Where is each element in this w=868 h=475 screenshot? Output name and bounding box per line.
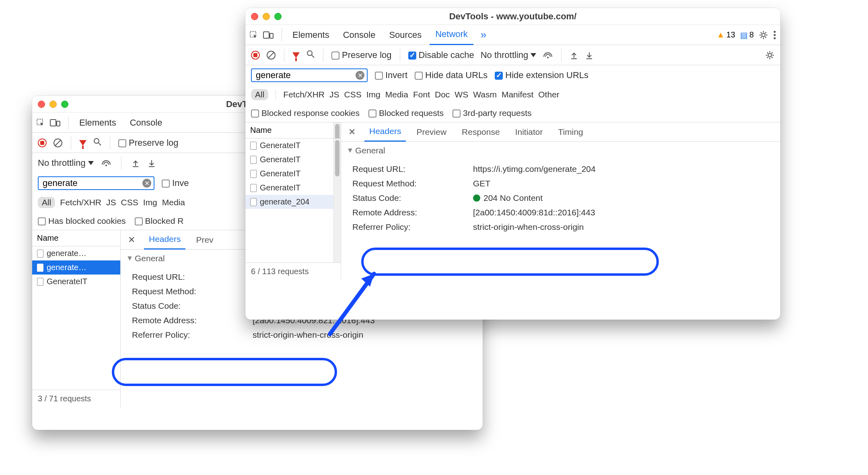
clear-icon[interactable] [53,138,63,148]
tab-console[interactable]: Console [124,113,168,133]
download-icon[interactable] [585,51,594,60]
preserve-log-option[interactable]: Preserve log [118,138,179,148]
network-conditions-icon[interactable] [101,159,111,167]
type-other[interactable]: Other [538,90,559,99]
record-button[interactable] [38,138,47,147]
request-row[interactable]: generate_204 [245,195,333,209]
blocked-requests-option[interactable]: Blocked requests [368,108,444,118]
scrollbar[interactable] [333,138,341,262]
type-media[interactable]: Media [385,90,408,99]
type-all[interactable]: All [38,197,55,208]
extra-filters-row: Blocked response cookies Blocked request… [245,104,780,122]
hide-data-urls-option[interactable]: Hide data URLs [415,70,487,81]
close-detail-icon[interactable]: ✕ [345,127,359,137]
detail-tab-strip: ✕ Headers Preview Response Initiator Tim… [341,122,780,142]
throttling-select[interactable]: No throttling [38,158,94,168]
detail-tab-preview[interactable]: Preview [411,122,451,142]
detail-tab-response[interactable]: Response [457,122,505,142]
tab-network[interactable]: Network [430,25,473,45]
close-window-icon[interactable] [38,101,45,108]
network-conditions-icon[interactable] [543,51,553,60]
kv-value: strict-origin-when-cross-origin [253,330,363,340]
request-row[interactable]: GenerateIT [245,181,333,195]
detail-tab-timing[interactable]: Timing [553,122,588,142]
type-js[interactable]: JS [329,90,339,99]
type-font[interactable]: Font [413,90,430,99]
detail-tab-preview[interactable]: Prev [191,230,218,250]
clear-filter-icon[interactable]: ✕ [142,179,151,188]
device-toggle-icon[interactable] [50,118,60,127]
hide-extension-urls-option[interactable]: Hide extension URLs [495,70,588,81]
type-all[interactable]: All [251,89,268,100]
filter-input[interactable]: ✕ [251,68,368,82]
blocked-response-cookies-option[interactable]: Blocked response cookies [251,108,360,118]
maximize-window-icon[interactable] [61,101,68,108]
detail-tab-headers[interactable]: Headers [144,230,185,250]
type-fetchxhr[interactable]: Fetch/XHR [60,198,101,207]
gear-icon[interactable] [759,30,768,40]
close-detail-icon[interactable]: ✕ [125,235,138,245]
kv-value: strict-origin-when-cross-origin [473,222,584,232]
throttling-select[interactable]: No throttling [481,50,537,60]
tab-elements[interactable]: Elements [287,25,335,45]
preserve-log-option[interactable]: Preserve log [331,50,392,60]
warning-icon: ▲ [717,30,725,39]
search-icon[interactable] [306,50,315,61]
type-css[interactable]: CSS [344,90,362,99]
detail-tab-initiator[interactable]: Initiator [510,122,548,142]
record-button[interactable] [251,51,260,60]
request-row[interactable]: GenerateIT [245,153,333,167]
has-blocked-cookies-option[interactable]: Has blocked cookies [38,216,126,226]
gear-icon[interactable] [765,50,775,60]
invert-option[interactable]: Inve [162,178,189,188]
type-wasm[interactable]: Wasm [473,90,497,99]
upload-icon[interactable] [131,159,140,167]
type-doc[interactable]: Doc [435,90,450,99]
svg-rect-11 [263,32,269,38]
type-fetchxhr[interactable]: Fetch/XHR [283,90,325,99]
warnings-badge[interactable]: ▲13 [717,30,735,39]
device-toggle-icon[interactable] [263,31,274,39]
type-ws[interactable]: WS [455,90,468,99]
inspect-icon[interactable] [249,31,258,39]
tab-sources[interactable]: Sources [383,25,427,45]
type-media[interactable]: Media [162,198,185,207]
tab-elements[interactable]: Elements [74,113,122,133]
kebab-icon[interactable] [773,30,776,40]
tab-console[interactable]: Console [337,25,381,45]
maximize-window-icon[interactable] [274,13,282,20]
section-general[interactable]: General [341,142,780,159]
filter-icon[interactable] [292,52,300,58]
request-row[interactable]: GenerateIT [32,275,120,289]
request-row[interactable]: GenerateIT [245,138,333,153]
disable-cache-option[interactable]: Disable cache [408,50,474,60]
blocked-r-option[interactable]: Blocked R [135,216,184,226]
invert-option[interactable]: Invert [375,70,407,81]
request-row[interactable]: generate… [32,260,120,275]
type-img[interactable]: Img [366,90,381,99]
filter-icon[interactable] [79,140,86,146]
clear-icon[interactable] [266,50,276,60]
filter-text-row: ✕ Invert Hide data URLs Hide extension U… [245,65,780,85]
close-window-icon[interactable] [251,13,258,20]
clear-filter-icon[interactable]: ✕ [356,71,364,80]
more-tabs-icon[interactable]: » [476,29,491,41]
inspect-icon[interactable] [36,118,45,127]
messages-badge[interactable]: ▤8 [740,30,754,40]
request-row[interactable]: GenerateIT [245,167,333,181]
svg-point-22 [774,31,776,33]
request-row[interactable]: generate… [32,246,120,260]
type-manifest[interactable]: Manifest [502,90,533,99]
minimize-window-icon[interactable] [49,101,57,108]
minimize-window-icon[interactable] [263,13,270,20]
type-css[interactable]: CSS [121,198,138,207]
scrollbar[interactable] [333,122,341,138]
type-js[interactable]: JS [106,198,116,207]
type-img[interactable]: Img [143,198,157,207]
download-icon[interactable] [147,159,156,167]
filter-input[interactable]: ✕ [38,176,154,190]
third-party-requests-option[interactable]: 3rd-party requests [453,108,531,118]
search-icon[interactable] [93,137,102,149]
upload-icon[interactable] [570,51,578,60]
detail-tab-headers[interactable]: Headers [364,122,406,142]
